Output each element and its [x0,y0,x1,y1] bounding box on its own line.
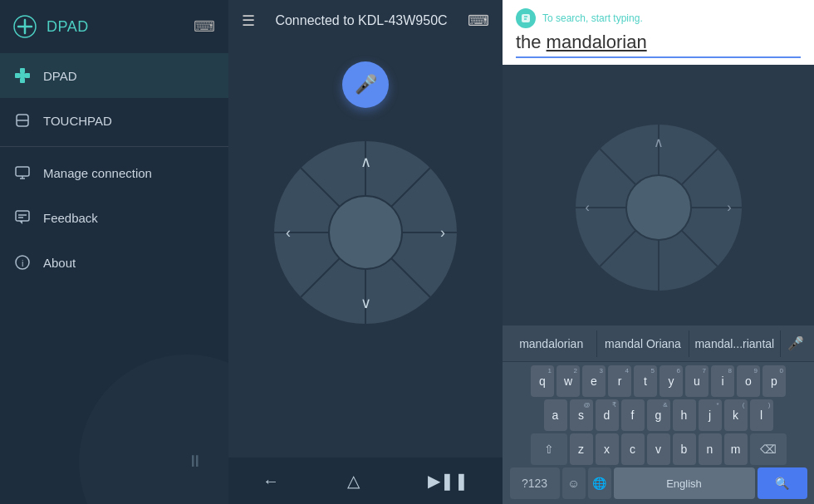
keyboard: q1 w2 e3 r4 t5 y6 u7 i8 o9 p0 a s@ d₹ f … [503,362,814,504]
mic-icon: 🎤 [355,74,377,95]
key-q[interactable]: q1 [531,365,554,397]
sidebar-panel: DPAD ⌨ DPAD TOUCHPAD [0,0,228,504]
svg-rect-8 [16,167,29,176]
suggestion-2[interactable]: mandal Oriana [597,330,689,357]
dpad-icon [13,15,37,38]
key-n[interactable]: n [699,433,722,465]
dpad-outer-ring[interactable]: ∧ ∨ ‹ › [274,141,457,324]
key-a[interactable]: a [544,399,567,431]
key-e[interactable]: e3 [582,365,606,397]
key-search[interactable]: 🔍 [758,467,807,499]
monitor-icon [13,164,32,182]
partial-dpad-area: ∧ ‹ › [503,65,814,325]
dpad-up-arrow[interactable]: ∧ [360,153,371,171]
mini-dpad-center[interactable] [625,174,692,241]
mini-dpad-right-arrow[interactable]: › [727,200,731,215]
key-space[interactable]: English [614,467,755,499]
hamburger-icon[interactable]: ☰ [242,12,255,30]
search-hint: To search, start typing. [516,8,801,28]
key-emoji[interactable]: ☺ [562,467,586,499]
svg-rect-2 [20,78,25,83]
touchpad-icon [13,111,32,130]
key-t[interactable]: t5 [634,365,657,397]
back-button[interactable]: ← [249,465,292,497]
sidebar-touchpad-label: TOUCHPAD [43,114,112,128]
sidebar-about-label: About [43,256,76,270]
keyboard-panel: To search, start typing. the mandalorian… [503,0,814,504]
key-w[interactable]: w2 [557,365,580,397]
search-plain-text: the [516,32,542,53]
keyboard-row-1: q1 w2 e3 r4 t5 y6 u7 i8 o9 p0 [504,365,812,397]
suggestions-row: mandalorian mandal Oriana mandal...riant… [503,325,814,362]
key-d[interactable]: d₹ [596,399,619,431]
search-hint-text: To search, start typing. [542,12,643,24]
key-i[interactable]: i8 [711,365,734,397]
dpad-menu-icon [13,66,32,85]
sidebar-item-dpad[interactable]: DPAD [0,53,228,98]
mini-dpad-up-arrow[interactable]: ∧ [654,135,664,150]
key-shift[interactable]: ⇧ [531,433,567,465]
sidebar-item-about[interactable]: i About [0,240,228,285]
key-p[interactable]: p0 [763,365,786,397]
svg-rect-11 [16,211,29,221]
key-j[interactable]: j* [699,399,722,431]
keyboard-row-3: ⇧ z x c v b n m ⌫ [504,433,812,465]
sidebar-manage-label: Manage connection [43,166,152,180]
sidebar-title: DPAD [47,18,89,36]
keyboard-icon-sidebar[interactable]: ⌨ [194,17,215,36]
sidebar-dpad-label: DPAD [43,69,77,83]
sidebar-item-feedback[interactable]: Feedback [0,195,228,240]
key-z[interactable]: z [570,433,593,465]
key-x[interactable]: x [596,433,619,465]
suggestion-3[interactable]: mandal...riantal [689,330,781,357]
mini-dpad[interactable]: ∧ ‹ › [576,125,742,291]
search-box: To search, start typing. the mandalorian [503,0,814,65]
key-b[interactable]: b [673,433,696,465]
search-logo-icon [516,8,536,28]
home-button[interactable]: △ [334,464,373,497]
key-numbers[interactable]: ?123 [510,467,560,499]
key-c[interactable]: c [621,433,645,465]
sidebar-circle-decoration [79,355,228,504]
search-underlined-text: mandalorian [547,32,647,53]
svg-rect-16 [522,14,530,22]
info-icon: i [13,253,32,272]
svg-rect-3 [15,73,20,78]
svg-rect-1 [20,68,25,73]
sidebar-header: DPAD ⌨ [0,0,228,53]
key-h[interactable]: h [673,399,696,431]
key-y[interactable]: y6 [660,365,683,397]
dpad-left-arrow[interactable]: ‹ [286,224,291,242]
key-m[interactable]: m [724,433,748,465]
search-input-row: the mandalorian [516,32,801,58]
sidebar-divider [0,146,228,147]
mic-button[interactable]: 🎤 [342,61,389,108]
key-g[interactable]: g& [647,399,670,431]
keyboard-row-2: a s@ d₹ f g& h j* k( l) [504,399,812,431]
mic-suggestion-icon[interactable]: 🎤 [781,335,811,351]
key-s[interactable]: s@ [570,399,593,431]
sidebar-item-manage[interactable]: Manage connection [0,150,228,195]
key-r[interactable]: r4 [608,365,631,397]
mini-dpad-left-arrow[interactable]: ‹ [586,200,590,215]
key-o[interactable]: o9 [737,365,760,397]
keyboard-bottom-row: ?123 ☺ 🌐 English 🔍 [504,467,812,499]
bottom-navigation: ← △ ▶❚❚ [228,458,503,504]
key-u[interactable]: u7 [685,365,709,397]
dpad-down-arrow[interactable]: ∨ [360,294,371,312]
dpad-center-button[interactable] [328,195,403,270]
suggestion-1[interactable]: mandalorian [506,330,597,357]
sidebar-item-touchpad[interactable]: TOUCHPAD [0,98,228,143]
key-backspace[interactable]: ⌫ [750,433,787,465]
dpad-right-arrow[interactable]: › [440,224,445,242]
keyboard-icon-remote[interactable]: ⌨ [468,12,489,30]
remote-panel: ☰ Connected to KDL-43W950C ⌨ 🎤 ∧ ∨ ‹ › ←… [228,0,503,504]
svg-rect-4 [25,73,30,78]
key-v[interactable]: v [647,433,670,465]
key-k[interactable]: k( [724,399,748,431]
key-globe[interactable]: 🌐 [588,467,611,499]
key-f[interactable]: f [621,399,645,431]
playpause-button[interactable]: ▶❚❚ [414,464,482,497]
sidebar-pause-icon: ⏸ [187,452,204,471]
key-l[interactable]: l) [750,399,773,431]
